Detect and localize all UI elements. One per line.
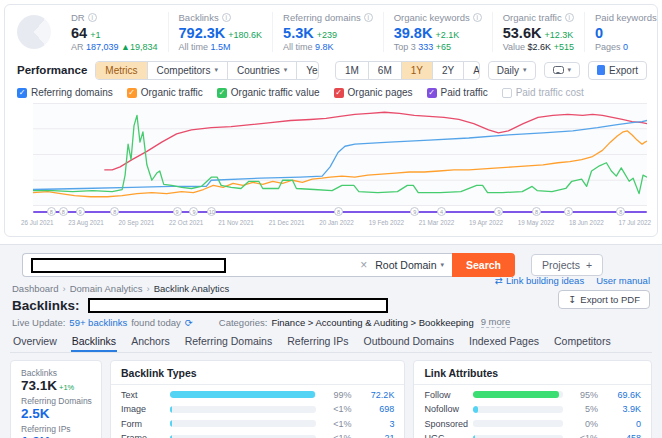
metric-delta: +2.1K bbox=[435, 30, 459, 40]
bar-value[interactable]: 0 bbox=[605, 419, 641, 429]
breadcrumb-domain-analytics[interactable]: Domain Analytics bbox=[70, 283, 150, 294]
axis-marker[interactable]: 4 bbox=[437, 207, 446, 216]
tab-countries[interactable]: Countries▾ bbox=[227, 62, 296, 79]
info-icon[interactable] bbox=[222, 13, 231, 22]
breadcrumb-dashboard[interactable]: Dashboard bbox=[12, 283, 66, 294]
frequency-dropdown[interactable]: Daily ▾ bbox=[488, 61, 536, 80]
stat-value[interactable]: 73.1K+1% bbox=[21, 378, 91, 394]
range-1y[interactable]: 1Y bbox=[401, 62, 432, 79]
tab-anchors[interactable]: Anchors bbox=[130, 332, 171, 352]
domain-search-input[interactable]: × Root Domain ▾ bbox=[22, 253, 452, 277]
scope-dropdown[interactable]: Root Domain ▾ bbox=[375, 259, 444, 271]
range-1m[interactable]: 1M bbox=[336, 62, 368, 79]
bar-percent: 5% bbox=[570, 404, 598, 414]
axis-marker[interactable]: 9 bbox=[173, 207, 182, 216]
axis-marker[interactable]: 3 bbox=[564, 207, 573, 216]
tab-outbound-domains[interactable]: Outbound Domains bbox=[362, 332, 454, 352]
metric-label: Paid keywords bbox=[595, 12, 658, 23]
more-categories-link[interactable]: 9 more bbox=[481, 316, 511, 328]
bar-value[interactable]: 3.9K bbox=[605, 404, 641, 414]
axis-marker[interactable]: 8 bbox=[532, 207, 541, 216]
bar-value[interactable]: 698 bbox=[358, 404, 394, 414]
tab-years[interactable]: Years bbox=[296, 62, 319, 79]
axis-marker[interactable]: 8 bbox=[47, 207, 56, 216]
user-manual-link[interactable]: User manual bbox=[596, 275, 650, 286]
stat-backlinks: Backlinks73.1K+1% bbox=[21, 368, 91, 394]
toggle-label: Organic traffic value bbox=[231, 87, 320, 98]
toggle-organic-traffic[interactable]: ✓Organic traffic bbox=[127, 87, 203, 98]
refresh-icon[interactable]: ⟳ bbox=[185, 317, 193, 328]
clear-icon[interactable]: × bbox=[360, 258, 367, 272]
bar-value[interactable]: 458 bbox=[605, 433, 641, 438]
axis-marker[interactable]: 8 bbox=[110, 207, 119, 216]
search-bar: × Root Domain ▾ Search Projects + bbox=[22, 253, 652, 277]
tab-label: Competitors bbox=[157, 65, 211, 76]
range-6m[interactable]: 6M bbox=[368, 62, 401, 79]
info-icon[interactable] bbox=[364, 13, 373, 22]
backlinks-found-link[interactable]: 59+ backlinks bbox=[69, 317, 127, 328]
notes-dropdown[interactable]: ▾ bbox=[544, 62, 581, 78]
x-tick-label: 21 Dec 2021 bbox=[269, 219, 305, 226]
metric-subvalue: Pages 0 bbox=[595, 42, 658, 52]
tab-metrics[interactable]: Metrics bbox=[96, 62, 146, 79]
range-2y[interactable]: 2Y bbox=[432, 62, 463, 79]
x-tick-label: 19 May 2022 bbox=[518, 219, 554, 226]
bar-value[interactable]: 3 bbox=[358, 419, 394, 429]
bar-label: Text bbox=[121, 390, 163, 400]
tab-overview[interactable]: Overview bbox=[12, 332, 58, 352]
export-pdf-label: Export to PDF bbox=[580, 294, 640, 305]
axis-marker[interactable]: 9 bbox=[189, 207, 198, 216]
axis-marker[interactable]: 9 bbox=[494, 207, 503, 216]
info-icon[interactable] bbox=[565, 13, 574, 22]
tab-backlinks[interactable]: Backlinks bbox=[71, 332, 117, 352]
card-title: Link Attributes bbox=[414, 361, 651, 385]
projects-button[interactable]: Projects + bbox=[531, 254, 603, 276]
info-icon[interactable] bbox=[473, 13, 482, 22]
axis-marker[interactable]: 9 bbox=[76, 207, 85, 216]
export-button[interactable]: Export bbox=[588, 61, 647, 80]
breadcrumb-backlink-analytics[interactable]: Backlink Analytics bbox=[154, 283, 230, 294]
stat-value[interactable]: 2.5K bbox=[21, 406, 91, 422]
bar-track bbox=[473, 406, 563, 413]
axis-marker[interactable]: 8 bbox=[59, 207, 68, 216]
toggle-referring-domains[interactable]: ✓Referring domains bbox=[17, 87, 113, 98]
stat-label: Backlinks bbox=[21, 368, 91, 378]
axis-marker[interactable]: 8 bbox=[616, 207, 625, 216]
bar-value[interactable]: 72.2K bbox=[358, 390, 394, 400]
metric-referring-domains: Referring domains5.3K+239All time 9.8K bbox=[272, 12, 383, 52]
chevron-down-icon: ▾ bbox=[568, 66, 572, 74]
toggle-organic-pages[interactable]: ✓Organic pages bbox=[334, 87, 413, 98]
performance-chart[interactable] bbox=[33, 103, 647, 206]
toggle-organic-traffic-value[interactable]: ✓Organic traffic value bbox=[217, 87, 320, 98]
axis-marker[interactable]: 10 bbox=[207, 207, 216, 216]
bar-row-image: Image<1%698 bbox=[111, 400, 404, 415]
tab-referring-ips[interactable]: Referring IPs bbox=[286, 332, 349, 352]
stat-value[interactable]: 1.8K bbox=[21, 434, 91, 438]
site-overview-panel: DR64+1AR 187,039 ▲19,834Backlinks792.3K+… bbox=[4, 4, 658, 237]
tab-competitors[interactable]: Competitors bbox=[553, 332, 612, 352]
toggle-paid-traffic[interactable]: ✓Paid traffic bbox=[427, 87, 488, 98]
bar-value[interactable]: 69.6K bbox=[605, 390, 641, 400]
metric-delta: +12.3K bbox=[544, 30, 573, 40]
export-pdf-button[interactable]: ↧ Export to PDF bbox=[558, 290, 650, 309]
search-button[interactable]: Search bbox=[452, 253, 515, 277]
range-all[interactable]: All bbox=[463, 62, 480, 79]
link-building-ideas-link[interactable]: ⇄ Link building ideas bbox=[495, 275, 584, 286]
axis-marker[interactable]: 9 bbox=[410, 207, 419, 216]
axis-marker[interactable]: 8 bbox=[334, 207, 343, 216]
tab-indexed-pages[interactable]: Indexed Pages bbox=[468, 332, 540, 352]
bar-track bbox=[170, 406, 316, 413]
metric-value-number: 64 bbox=[71, 25, 87, 41]
toggle-paid-traffic-cost[interactable]: Paid traffic cost bbox=[502, 87, 584, 98]
paid-traffic-axis: 889899108949838 bbox=[33, 207, 647, 218]
backlink-analytics-panel: × Root Domain ▾ Search Projects + Dashbo… bbox=[0, 244, 662, 438]
metric-label: DR bbox=[71, 12, 158, 23]
metric-value: 0 bbox=[595, 25, 658, 41]
plus-icon: + bbox=[586, 259, 592, 271]
tab-referring-domains[interactable]: Referring Domains bbox=[184, 332, 274, 352]
tab-competitors[interactable]: Competitors▾ bbox=[147, 62, 227, 79]
bar-value[interactable]: 21 bbox=[358, 433, 394, 438]
bar-label: Frame bbox=[121, 433, 163, 438]
x-tick-label: 23 Aug 2021 bbox=[68, 219, 103, 226]
info-icon[interactable] bbox=[88, 13, 97, 22]
